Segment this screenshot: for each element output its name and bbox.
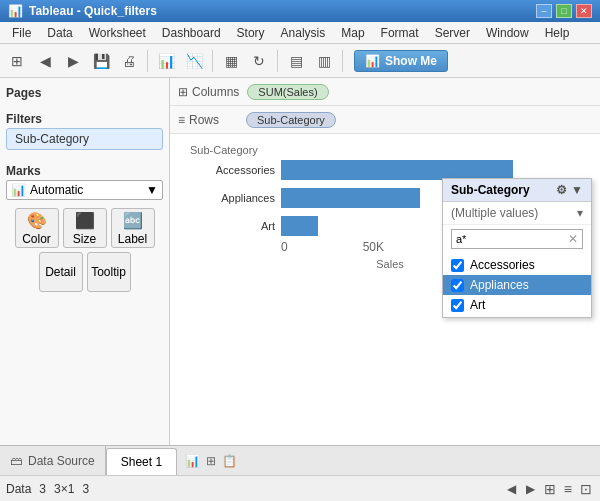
toolbar-chart2-icon[interactable]: 📉 [181,48,207,74]
bar-label: Accessories [190,164,275,176]
status-count-b: 3 [82,482,89,496]
menu-analysis[interactable]: Analysis [273,22,334,43]
toolbar-grid-icon[interactable]: ⊞ [4,48,30,74]
filter-item[interactable]: Accessories [443,255,591,275]
title-text: Tableau - Quick_filters [29,4,157,18]
filter-settings-icon[interactable]: ⚙ [556,183,567,197]
nav-prev-button[interactable]: ◀ [504,481,519,497]
menu-window[interactable]: Window [478,22,537,43]
filter-item[interactable]: Appliances [443,275,591,295]
status-right: ◀ ▶ ⊞ ≡ ⊡ [504,480,594,498]
filter-item-label: Accessories [470,258,535,272]
menu-file[interactable]: File [4,22,39,43]
pages-panel: Pages [6,84,163,102]
color-label: Color [22,232,51,246]
toolbar-forward-button[interactable]: ▶ [60,48,86,74]
detail-button[interactable]: Detail [39,252,83,292]
filter-item[interactable]: Art [443,295,591,315]
filter-item-label: Art [470,298,485,312]
show-me-button[interactable]: 📊 Show Me [354,50,448,72]
menu-story[interactable]: Story [229,22,273,43]
filter-popup-title: Sub-Category [451,183,530,197]
toolbar-print-icon[interactable]: 🖨 [116,48,142,74]
menu-map[interactable]: Map [333,22,372,43]
chart-title: Sub-Category [190,144,590,156]
add-dashboard-icon[interactable]: ⊞ [206,454,216,468]
filter-items-list: Accessories Appliances Art [443,253,591,317]
toolbar-chart1-icon[interactable]: 📊 [153,48,179,74]
filter-close-icon[interactable]: ▼ [571,183,583,197]
sheet1-label: Sheet 1 [121,455,162,469]
filter-search-input[interactable] [456,233,568,245]
menu-dashboard[interactable]: Dashboard [154,22,229,43]
toolbar-refresh-icon[interactable]: ↻ [246,48,272,74]
tooltip-label: Tooltip [91,265,126,279]
marks-header: Marks [6,162,163,180]
columns-pill[interactable]: SUM(Sales) [247,84,328,100]
bar-row: Accessories [190,160,590,180]
x-label-0: 0 [281,240,288,254]
menu-help[interactable]: Help [537,22,578,43]
maximize-button[interactable]: □ [556,4,572,18]
columns-text: Columns [192,85,239,99]
rows-pill[interactable]: Sub-Category [246,112,336,128]
menu-worksheet[interactable]: Worksheet [81,22,154,43]
nav-next-button[interactable]: ▶ [523,481,538,497]
filter-checkbox[interactable] [451,279,464,292]
size-button[interactable]: ⬛ Size [63,208,107,248]
filter-checkbox[interactable] [451,299,464,312]
status-dimensions: 3×1 [54,482,74,496]
chart-icon: 📊 [365,54,380,68]
close-button[interactable]: ✕ [576,4,592,18]
sheet1-tab[interactable]: Sheet 1 [106,448,177,475]
dropdown-arrow-icon: ▼ [146,183,158,197]
show-me-label: Show Me [385,54,437,68]
label-button[interactable]: 🔤 Label [111,208,155,248]
columns-icon: ⊞ [178,85,188,99]
status-left: Data 3 3×1 3 [6,482,89,496]
status-count-a: 3 [39,482,46,496]
minimize-button[interactable]: – [536,4,552,18]
toolbar-table-icon[interactable]: ▤ [283,48,309,74]
color-button[interactable]: 🎨 Color [15,208,59,248]
toolbar-back-button[interactable]: ◀ [32,48,58,74]
filter-search-box[interactable]: ✕ [451,229,583,249]
separator-3 [277,50,278,72]
add-story-icon[interactable]: 📋 [222,454,237,468]
menu-format[interactable]: Format [373,22,427,43]
view-list-button[interactable]: ≡ [562,480,574,498]
size-label: Size [73,232,96,246]
toolbar-group-icon[interactable]: ▥ [311,48,337,74]
filter-clear-icon[interactable]: ✕ [568,232,578,246]
view-zoom-button[interactable]: ⊡ [578,480,594,498]
size-icon: ⬛ [75,211,95,230]
menu-bar: File Data Worksheet Dashboard Story Anal… [0,22,600,44]
view-grid-button[interactable]: ⊞ [542,480,558,498]
marks-type-label: Automatic [30,183,83,197]
toolbar-filter-icon[interactable]: ▦ [218,48,244,74]
bar-fill [281,160,513,180]
bar-fill [281,216,318,236]
columns-label: ⊞ Columns [178,85,239,99]
rows-text: Rows [189,113,219,127]
datasource-label: Data Source [28,454,95,468]
bar-fill [281,188,420,208]
toolbar-save-icon[interactable]: 💾 [88,48,114,74]
filter-checkbox[interactable] [451,259,464,272]
tooltip-button[interactable]: Tooltip [87,252,131,292]
title-bar: 📊 Tableau - Quick_filters – □ ✕ [0,0,600,22]
filter-popup-value[interactable]: (Multiple values) ▾ [443,202,591,225]
label-label: Label [118,232,147,246]
filter-sub-category[interactable]: Sub-Category [6,128,163,150]
add-chart-icon[interactable]: 📊 [185,454,200,468]
status-data-label: Data [6,482,31,496]
chart-container: Sub-Category Accessories Appliances Art … [170,134,600,445]
marks-type-dropdown[interactable]: 📊 Automatic ▼ [6,180,163,200]
bar-track [281,160,590,180]
menu-server[interactable]: Server [427,22,478,43]
data-source-tab[interactable]: 🗃 Data Source [0,446,106,475]
tableau-icon: 📊 [8,4,23,18]
main-layout: Pages Filters Sub-Category Marks 📊 Autom… [0,78,600,445]
menu-data[interactable]: Data [39,22,80,43]
filter-popup-header: Sub-Category ⚙ ▼ [443,179,591,202]
